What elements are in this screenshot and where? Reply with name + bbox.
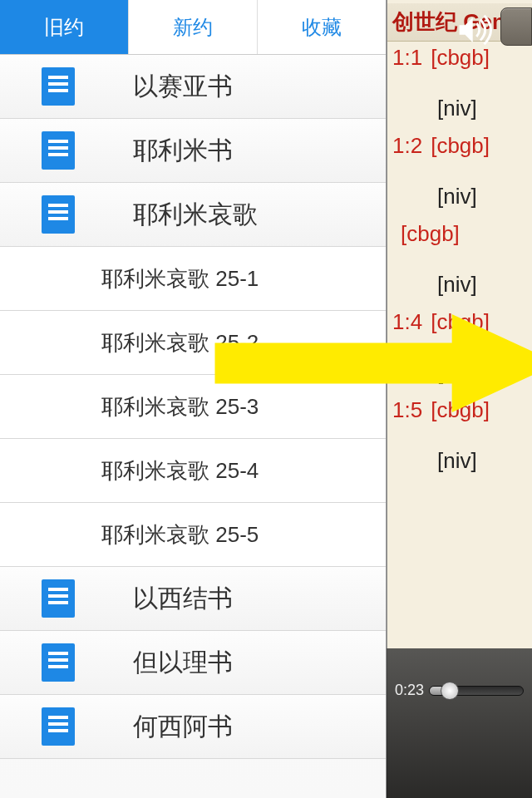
translation-niv-label: [niv] [437,96,525,121]
book-title: 耶利米哀歌 [133,198,258,232]
book-row[interactable]: 以赛亚书 [0,55,386,119]
translation-cbgb-label: [cbgb] [431,133,490,158]
chapter-row[interactable]: 耶利米哀歌 25-3 [0,375,386,439]
verse-ref: 1:1 [392,45,431,70]
book-title: 以西结书 [133,582,233,616]
document-icon [42,643,75,682]
book-title: 但以理书 [133,646,233,680]
tab-bar: 旧约 新约 收藏 [0,0,386,55]
verse-ref: 1:2 [392,133,431,158]
document-icon [42,579,75,618]
document-icon [42,707,75,746]
document-icon [42,67,75,106]
audio-player: 0:23 [387,648,532,798]
translation-niv-label: [niv] [437,184,525,209]
translation-cbgb-label: [cbgb] [431,309,490,334]
verse-ref: 1:4 [392,309,431,334]
translation-niv-label: [niv] [437,272,525,298]
seek-slider[interactable] [429,686,524,696]
verse-block[interactable]: 1:4[cbgb][niv] [387,306,532,394]
chapter-row[interactable]: 耶利米哀歌 25-2 [0,311,386,375]
book-row[interactable]: 耶利米哀歌 [0,183,386,247]
elapsed-time: 0:23 [395,682,424,699]
panel-toggle-button[interactable] [500,7,532,46]
tab-new-testament[interactable]: 新约 [129,0,258,54]
chapter-row[interactable]: 耶利米哀歌 25-5 [0,503,386,567]
verse-ref: 1:5 [392,397,431,422]
book-title: 何西阿书 [133,710,233,744]
sidebar: 旧约 新约 收藏 以赛亚书耶利米书耶利米哀歌耶利米哀歌 25-1耶利米哀歌 25… [0,0,387,798]
chapter-row[interactable]: 耶利米哀歌 25-4 [0,439,386,503]
translation-cbgb-label: [cbgb] [431,45,490,70]
reader-panel: 创世纪 Gen 1:1[cbgb][niv]1:2[cbgb][niv][cbg… [387,0,532,798]
book-title: 耶利米书 [133,134,233,168]
book-row[interactable]: 耶利米书 [0,119,386,183]
verse-block[interactable]: 1:2[cbgb][niv] [387,130,532,218]
book-row[interactable]: 何西阿书 [0,695,386,759]
book-row[interactable]: 但以理书 [0,631,386,695]
verse-ref [392,221,401,246]
document-icon [42,131,75,170]
translation-niv-label: [niv] [437,360,525,386]
translation-cbgb-label: [cbgb] [431,397,490,422]
translation-cbgb-label: [cbgb] [401,221,460,246]
verse-block[interactable]: [cbgb][niv] [387,218,532,306]
tab-old-testament[interactable]: 旧约 [0,0,129,54]
document-icon [42,195,75,234]
chapter-row[interactable]: 耶利米哀歌 25-1 [0,247,386,311]
verse-block[interactable]: 1:1[cbgb][niv] [387,42,532,130]
book-row[interactable]: 以西结书 [0,567,386,631]
book-title: 以赛亚书 [133,70,233,104]
verse-block[interactable]: 1:5[cbgb][niv] [387,394,532,482]
book-list[interactable]: 以赛亚书耶利米书耶利米哀歌耶利米哀歌 25-1耶利米哀歌 25-2耶利米哀歌 2… [0,55,386,798]
tab-favorites[interactable]: 收藏 [258,0,386,54]
translation-niv-label: [niv] [437,448,525,474]
